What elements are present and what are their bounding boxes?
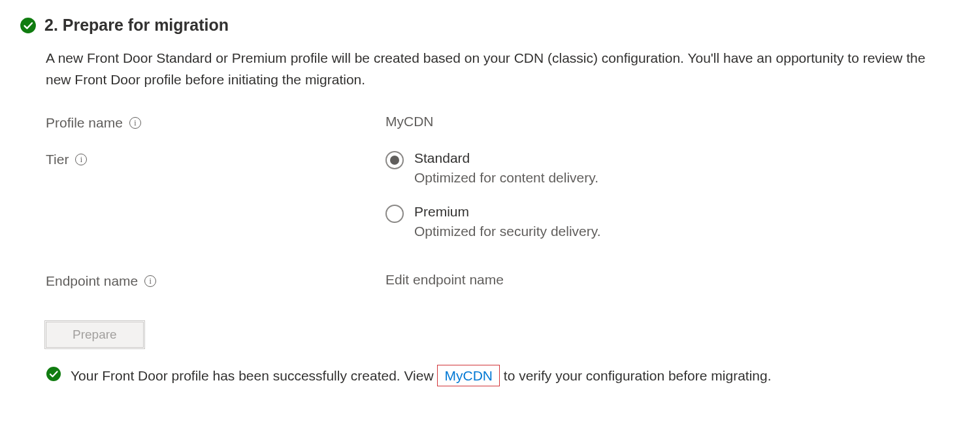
radio-unselected-icon [385,205,404,223]
radio-text: Premium Optimized for security delivery. [414,204,601,239]
svg-point-0 [20,18,36,33]
section-description: A new Front Door Standard or Premium pro… [46,48,947,90]
endpoint-name-label-col: Endpoint name i [46,272,385,289]
tier-standard-desc: Optimized for content delivery. [414,170,598,186]
tier-row: Tier i Standard Optimized for content de… [46,150,960,239]
check-circle-icon [20,17,37,34]
info-icon[interactable]: i [129,117,141,129]
prepare-button[interactable]: Prepare [46,322,144,348]
tier-label-col: Tier i [46,150,385,167]
tier-radio-standard[interactable]: Standard Optimized for content delivery. [385,150,960,186]
section-title: 2. Prepare for migration [44,16,229,35]
endpoint-name-value[interactable]: Edit endpoint name [385,272,504,287]
check-circle-icon [46,366,61,385]
tier-radio-group: Standard Optimized for content delivery.… [385,150,960,239]
status-suffix: to verify your configuration before migr… [500,368,772,383]
form-area: Profile name i MyCDN Tier i Standard Opt… [46,114,960,289]
profile-name-value: MyCDN [385,114,434,129]
profile-name-label-col: Profile name i [46,114,385,131]
tier-value-col: Standard Optimized for content delivery.… [385,150,960,239]
profile-name-value-col: MyCDN [385,114,960,129]
profile-name-label: Profile name [46,115,123,131]
tier-label: Tier [46,152,69,167]
status-row: Your Front Door profile has been success… [46,366,960,385]
tier-standard-label: Standard [414,150,598,166]
tier-premium-desc: Optimized for security delivery. [414,224,601,239]
endpoint-name-value-col: Edit endpoint name [385,272,960,288]
info-icon[interactable]: i [144,275,156,287]
status-message: Your Front Door profile has been success… [71,368,772,384]
section-header: 2. Prepare for migration [20,16,960,35]
radio-text: Standard Optimized for content delivery. [414,150,598,186]
status-prefix: Your Front Door profile has been success… [71,368,437,383]
tier-premium-label: Premium [414,204,601,220]
radio-selected-icon [385,151,404,169]
status-profile-link[interactable]: MyCDN [437,365,500,386]
profile-name-row: Profile name i MyCDN [46,114,960,131]
tier-radio-premium[interactable]: Premium Optimized for security delivery. [385,204,960,239]
endpoint-name-label: Endpoint name [46,273,138,289]
endpoint-name-row: Endpoint name i Edit endpoint name [46,272,960,289]
svg-point-1 [46,367,61,381]
info-icon[interactable]: i [75,154,87,165]
